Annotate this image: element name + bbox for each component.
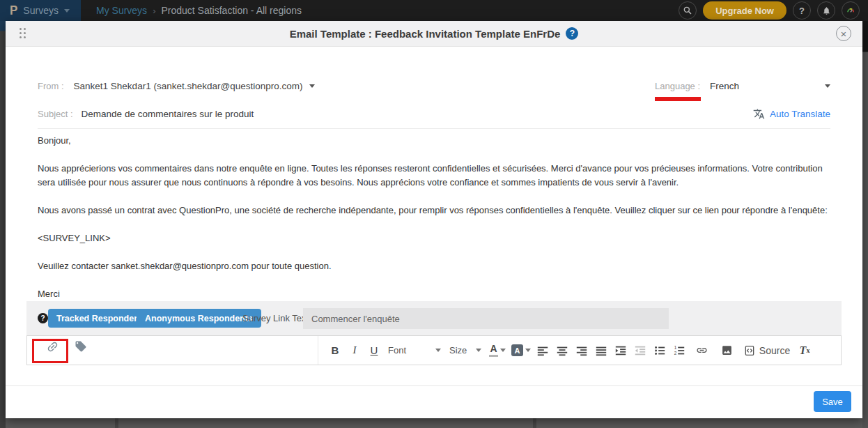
language-label: Language :	[655, 81, 700, 91]
background-color-button[interactable]: A	[509, 340, 533, 361]
align-right-button[interactable]	[572, 340, 591, 361]
question-mark-icon: ?	[40, 314, 45, 322]
source-button[interactable]: Source	[739, 340, 795, 361]
top-navigation-bar: P Surveys My Surveys › Product Satisfact…	[0, 0, 868, 21]
increase-indent-button[interactable]	[611, 340, 630, 361]
body-paragraph: Nous avons passé un contrat avec Questio…	[38, 204, 840, 217]
italic-button[interactable]: I	[345, 340, 364, 361]
underline-button[interactable]: U	[364, 340, 384, 361]
dimmed-right-strip	[862, 21, 868, 428]
survey-link-text-input[interactable]	[303, 308, 669, 329]
numbered-list-icon: 1 2	[673, 344, 685, 357]
search-button[interactable]	[679, 1, 697, 20]
from-label: From :	[38, 81, 64, 91]
indent-icon	[614, 344, 627, 357]
bell-icon	[822, 6, 831, 15]
body-paragraph: Merci	[38, 287, 840, 301]
subject-label: Subject :	[38, 109, 73, 119]
svg-text:2: 2	[674, 351, 677, 356]
auto-translate-button[interactable]: Auto Translate	[753, 108, 830, 120]
language-value[interactable]: French	[710, 81, 739, 91]
align-left-icon	[536, 344, 549, 357]
remove-format-icon: T	[800, 344, 807, 357]
translate-icon	[753, 108, 765, 120]
align-center-button[interactable]	[552, 340, 572, 361]
text-color-icon: A	[489, 344, 497, 356]
image-icon	[721, 344, 733, 356]
close-icon: ×	[841, 29, 847, 39]
size-dropdown-label: Size	[449, 345, 467, 356]
chevron-down-icon	[525, 349, 531, 352]
align-left-button[interactable]	[533, 340, 552, 361]
drag-handle-icon[interactable]	[20, 28, 26, 38]
tag-icon	[75, 340, 87, 353]
body-paragraph-survey-link: <SURVEY_LINK>	[38, 231, 840, 245]
from-value-dropdown[interactable]: Sanket1 Shekdar1 (sanket.shekdar@questio…	[74, 81, 303, 91]
upgrade-now-button[interactable]: Upgrade Now	[703, 1, 786, 20]
save-button[interactable]: Save	[814, 391, 851, 412]
bulleted-list-button[interactable]	[650, 340, 669, 361]
email-template-modal: Email Template : Feedback Invitation Tem…	[6, 21, 862, 418]
bulleted-list-icon	[653, 344, 666, 357]
svg-text:1: 1	[674, 345, 677, 350]
chevron-down-icon[interactable]	[825, 84, 830, 88]
chevron-down-icon	[476, 349, 481, 352]
bold-button[interactable]: B	[325, 340, 345, 361]
modal-title: Email Template : Feedback Invitation Tem…	[290, 28, 561, 40]
body-paragraph: Bonjour,	[38, 134, 840, 148]
dimmed-background-divider	[533, 417, 536, 428]
product-switcher[interactable]: P Surveys	[0, 0, 81, 21]
body-paragraph: Nous apprécierions vos commentaires dans…	[38, 162, 840, 190]
numbered-list-button[interactable]: 1 2	[669, 340, 689, 361]
insert-image-button[interactable]	[714, 340, 739, 361]
breadcrumb-my-surveys[interactable]: My Surveys	[96, 5, 147, 16]
language-selector[interactable]: Language : French	[655, 72, 830, 100]
notifications-button[interactable]	[817, 1, 835, 20]
modal-header: Email Template : Feedback Invitation Tem…	[6, 21, 862, 47]
from-row: From : Sanket1 Shekdar1 (sanket.shekdar@…	[38, 72, 830, 100]
subject-value[interactable]: Demande de commentaires sur le produit	[82, 109, 254, 119]
red-annotation-box	[32, 339, 68, 363]
close-button[interactable]: ×	[836, 26, 851, 41]
source-label: Source	[759, 345, 790, 356]
breadcrumb-separator: ›	[153, 6, 155, 16]
chevron-down-icon	[435, 349, 441, 352]
chevron-down-icon[interactable]	[309, 84, 315, 88]
modal-footer: Save	[6, 385, 862, 418]
question-mark-icon: ?	[570, 29, 575, 38]
justify-button[interactable]	[591, 340, 611, 361]
email-body-editor[interactable]: Bonjour, Nous apprécierions vos commenta…	[38, 134, 840, 315]
usage-meter-button[interactable]	[842, 1, 860, 20]
link-icon	[696, 344, 708, 356]
align-center-icon	[556, 344, 568, 357]
respondents-help-button[interactable]: ?	[38, 313, 48, 323]
question-mark-icon: ?	[799, 6, 805, 16]
size-dropdown[interactable]: Size	[445, 340, 486, 361]
subject-row: Subject : Demande de commentaires sur le…	[38, 100, 830, 129]
survey-link-text-label: Survey Link Text:	[242, 313, 311, 323]
chevron-down-icon	[500, 349, 506, 352]
breadcrumb: My Surveys › Product Satisfaction - All …	[96, 5, 302, 16]
editor-toolbar: B I U Font Size A A	[26, 335, 842, 365]
page: P Surveys My Surveys › Product Satisfact…	[0, 0, 868, 428]
body-paragraph: Veuillez contacter sanket.shekdar@questi…	[38, 259, 840, 273]
font-dropdown[interactable]: Font	[384, 340, 445, 361]
background-color-icon: A	[511, 344, 523, 356]
text-color-button[interactable]: A	[486, 340, 509, 361]
decrease-indent-button	[630, 340, 650, 361]
insert-tag-button[interactable]	[71, 336, 91, 357]
title-help-button[interactable]: ?	[566, 27, 578, 40]
chevron-down-icon	[64, 9, 70, 13]
justify-icon	[595, 344, 607, 357]
outdent-icon	[634, 344, 646, 357]
app-name: Surveys	[23, 5, 59, 16]
source-icon	[744, 345, 755, 356]
remove-format-button[interactable]: Tx	[795, 340, 814, 361]
insert-link-button[interactable]	[689, 340, 714, 361]
respondents-panel: ? Tracked Respondents Anonymous Responde…	[26, 301, 842, 335]
dimmed-sidebar-strip	[0, 21, 6, 428]
help-button[interactable]: ?	[793, 1, 811, 20]
breadcrumb-current-survey: Product Satisfaction - All regions	[161, 5, 302, 16]
search-icon	[683, 6, 692, 15]
questionpro-logo-icon: P	[10, 4, 17, 17]
